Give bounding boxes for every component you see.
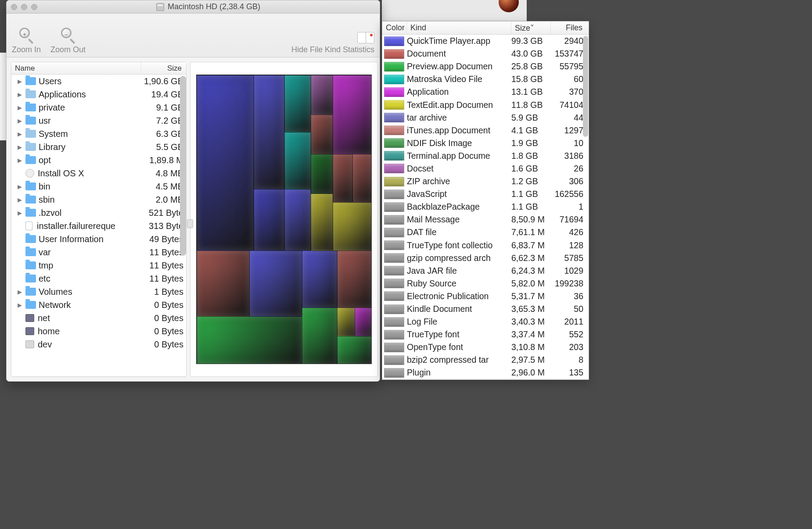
stats-row[interactable]: Ruby Source5,82.0 M199238 <box>382 277 589 290</box>
scrollbar-thumb[interactable] <box>180 76 186 256</box>
treemap-splitter-handle[interactable] <box>187 219 193 228</box>
stats-row[interactable]: Terminal.app Docume1.8 GB3186 <box>382 150 589 162</box>
treemap-block[interactable] <box>311 114 333 154</box>
file-row[interactable]: var11 Bytes <box>11 246 186 259</box>
stats-row[interactable]: Docset1.6 GB26 <box>382 162 589 175</box>
file-row[interactable]: Install OS X4.8 MB <box>11 167 186 180</box>
file-row[interactable]: User Information49 Bytes <box>11 232 186 246</box>
stats-columns-header[interactable]: Color Kind Size˅ Files <box>382 21 589 35</box>
zoom-in-button[interactable]: + Zoom In <box>12 26 41 54</box>
disclosure-triangle-icon[interactable]: ▶ <box>17 118 23 124</box>
disclosure-triangle-icon[interactable]: ▶ <box>17 210 23 216</box>
file-row[interactable]: ▶private9.1 GB <box>11 101 186 114</box>
file-row[interactable]: ▶Network0 Bytes <box>11 298 186 311</box>
disclosure-triangle-icon[interactable]: ▶ <box>17 197 23 203</box>
file-row[interactable]: net0 Bytes <box>11 311 186 325</box>
file-row[interactable]: ▶opt1,89.8 M <box>11 154 186 167</box>
stats-row[interactable]: iTunes.app Document4.1 GB1297 <box>382 124 589 137</box>
stats-row[interactable]: Application13.1 GB370 <box>382 86 589 98</box>
treemap-block[interactable] <box>284 189 311 250</box>
treemap-panel[interactable] <box>190 62 378 377</box>
column-kind[interactable]: Kind <box>407 21 511 34</box>
treemap-block[interactable] <box>311 154 333 193</box>
stats-row[interactable]: JavaScript1.1 GB162556 <box>382 188 589 200</box>
zoom-traffic-light[interactable] <box>31 4 37 10</box>
treemap-block[interactable] <box>333 75 372 154</box>
stats-row[interactable]: Kindle Document3,65.3 M50 <box>382 303 589 315</box>
file-row[interactable]: etc11 Bytes <box>11 272 186 285</box>
file-row[interactable]: installer.failurereque313 Byte <box>11 219 186 232</box>
stats-row[interactable]: Plugin2,96.0 M135 <box>382 366 589 379</box>
stats-row[interactable]: bzip2 compressed tar2,97.5 M8 <box>382 354 589 366</box>
stats-row[interactable]: tar archive5.9 GB44 <box>382 111 589 124</box>
treemap-block[interactable] <box>197 250 249 316</box>
treemap-block[interactable] <box>333 154 352 202</box>
stats-row[interactable]: gzip compressed arch6,62.3 M5785 <box>382 252 589 264</box>
minimize-traffic-light[interactable] <box>21 4 27 10</box>
file-row[interactable]: dev0 Bytes <box>11 338 186 351</box>
file-row[interactable]: ▶System6.3 GB <box>11 127 186 140</box>
disclosure-triangle-icon[interactable]: ▶ <box>17 91 23 98</box>
stats-row[interactable]: OpenType font3,10.8 M203 <box>382 341 589 354</box>
treemap-block[interactable] <box>311 75 333 114</box>
treemap-block[interactable] <box>302 307 337 364</box>
scrollbar-thumb[interactable] <box>583 36 588 137</box>
disclosure-triangle-icon[interactable]: ▶ <box>17 183 23 190</box>
stats-row[interactable]: TrueType font3,37.4 M552 <box>382 328 589 341</box>
file-row[interactable]: ▶bin4.5 MB <box>11 180 186 193</box>
stats-row[interactable]: DAT file7,61.1 M426 <box>382 226 589 239</box>
stats-row[interactable]: Document43.0 GB153747 <box>382 47 589 60</box>
zoom-out-button[interactable]: – Zoom Out <box>50 26 86 54</box>
file-columns-header[interactable]: Name Size <box>11 62 186 75</box>
disclosure-triangle-icon[interactable]: ▶ <box>17 157 23 164</box>
treemap-canvas[interactable] <box>196 75 372 364</box>
treemap-block[interactable] <box>337 307 355 336</box>
stats-list[interactable]: QuickTime Player.app99.3 GB2940Document4… <box>382 35 589 379</box>
file-row[interactable]: ▶usr7.2 GB <box>11 114 186 127</box>
disclosure-triangle-icon[interactable]: ▶ <box>17 144 23 150</box>
file-row[interactable]: ▶Library5.5 GB <box>11 140 186 154</box>
stats-row[interactable]: TextEdit.app Documen11.8 GB74104 <box>382 98 589 111</box>
treemap-block[interactable] <box>311 193 333 250</box>
stats-row[interactable]: Matroska Video File15.8 GB60 <box>382 73 589 86</box>
file-row[interactable]: ▶.bzvol521 Byte <box>11 206 186 219</box>
disclosure-triangle-icon[interactable]: ▶ <box>17 302 23 308</box>
column-color[interactable]: Color <box>382 21 407 34</box>
column-files[interactable]: Files <box>551 21 589 34</box>
stats-row[interactable]: Log File3,40.3 M2011 <box>382 315 589 328</box>
stats-row[interactable]: Electronic Publication5,31.7 M36 <box>382 290 589 303</box>
disclosure-triangle-icon[interactable]: ▶ <box>17 104 23 111</box>
stats-row[interactable]: BackblazePackage1.1 GB1 <box>382 200 589 213</box>
file-row[interactable]: ▶Users1,90.6 GB <box>11 75 186 88</box>
disclosure-triangle-icon[interactable]: ▶ <box>17 289 23 295</box>
column-size[interactable]: Size <box>141 62 186 74</box>
file-row[interactable]: tmp11 Bytes <box>11 259 186 272</box>
treemap-block[interactable] <box>197 75 254 250</box>
stats-row[interactable]: TrueType font collectio6,83.7 M128 <box>382 239 589 252</box>
treemap-block[interactable] <box>337 336 372 364</box>
treemap-block[interactable] <box>337 250 372 307</box>
treemap-block[interactable] <box>254 75 284 189</box>
close-traffic-light[interactable] <box>11 4 17 10</box>
hide-statistics-button[interactable]: Hide File Kind Statistics <box>291 32 374 54</box>
disclosure-triangle-icon[interactable]: ▶ <box>17 78 23 85</box>
stats-row[interactable]: Java JAR file6,24.3 M1029 <box>382 264 589 277</box>
treemap-block[interactable] <box>284 132 311 189</box>
treemap-block[interactable] <box>352 154 372 202</box>
window-titlebar[interactable]: Macintosh HD (2,38.4 GB) <box>7 0 380 14</box>
column-size[interactable]: Size˅ <box>511 21 551 34</box>
file-row[interactable]: ▶sbin2.0 MB <box>11 193 186 206</box>
treemap-block[interactable] <box>302 250 337 307</box>
stats-row[interactable]: ZIP archive1.2 GB306 <box>382 175 589 188</box>
stats-row[interactable]: Mail Message8,50.9 M71694 <box>382 213 589 226</box>
stats-row[interactable]: Preview.app Documen25.8 GB55795 <box>382 60 589 73</box>
treemap-block[interactable] <box>254 189 284 250</box>
column-name[interactable]: Name <box>11 62 141 74</box>
treemap-block[interactable] <box>197 316 302 364</box>
treemap-block[interactable] <box>249 250 302 316</box>
file-row[interactable]: ▶Volumes1 Bytes <box>11 285 186 298</box>
file-row[interactable]: ▶Applications19.4 GB <box>11 88 186 101</box>
treemap-block[interactable] <box>355 307 372 336</box>
treemap-block[interactable] <box>333 202 372 250</box>
treemap-block[interactable] <box>284 75 311 132</box>
